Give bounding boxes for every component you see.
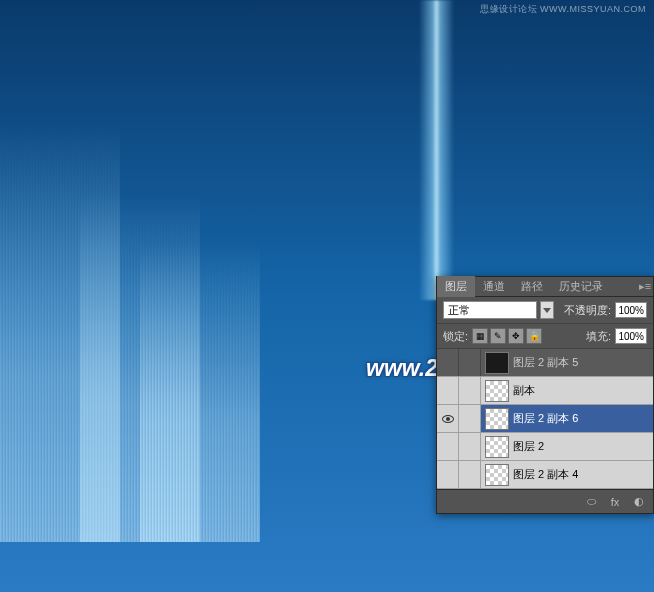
visibility-toggle[interactable] <box>437 377 459 404</box>
layer-thumbnail[interactable] <box>485 352 509 374</box>
top-watermark: 思缘设计论坛 WWW.MISSYUAN.COM <box>480 3 646 16</box>
blend-mode-value: 正常 <box>448 303 470 318</box>
layers-list: 图层 2 副本 5 副本 图层 2 副本 6 图层 2 图层 2 副本 4 <box>437 349 653 489</box>
lock-pixels-icon[interactable]: ✎ <box>490 328 506 344</box>
layer-row[interactable]: 图层 2 副本 6 <box>437 405 653 433</box>
fx-icon[interactable]: fx <box>607 496 623 508</box>
visibility-toggle[interactable] <box>437 461 459 488</box>
link-layers-icon[interactable]: ⬭ <box>583 495 599 508</box>
blend-mode-arrow[interactable] <box>540 301 554 319</box>
layer-name[interactable]: 图层 2 副本 5 <box>513 355 653 370</box>
lock-transparent-icon[interactable]: ▦ <box>472 328 488 344</box>
blend-mode-dropdown[interactable]: 正常 <box>443 301 537 319</box>
tab-channels[interactable]: 通道 <box>475 276 513 297</box>
layer-row[interactable]: 图层 2 副本 5 <box>437 349 653 377</box>
aurora-streak <box>419 0 454 300</box>
layer-row[interactable]: 副本 <box>437 377 653 405</box>
panel-tabs: 图层 通道 路径 历史记录 ▸≡ <box>437 277 653 297</box>
lock-position-icon[interactable]: ✥ <box>508 328 524 344</box>
layer-thumbnail[interactable] <box>485 464 509 486</box>
layer-name[interactable]: 图层 2 副本 4 <box>513 467 653 482</box>
layer-thumbnail[interactable] <box>485 408 509 430</box>
aurora-bottom <box>0 142 450 542</box>
eye-icon <box>442 415 454 423</box>
lock-fill-row: 锁定: ▦ ✎ ✥ 🔒 填充: 100% <box>437 324 653 349</box>
link-col[interactable] <box>459 349 481 376</box>
tab-layers[interactable]: 图层 <box>437 276 475 297</box>
layer-thumbnail[interactable] <box>485 380 509 402</box>
mask-icon[interactable]: ◐ <box>631 495 647 508</box>
link-col[interactable] <box>459 405 481 432</box>
link-col[interactable] <box>459 433 481 460</box>
opacity-input[interactable]: 100% <box>615 302 647 318</box>
lock-icons-group: ▦ ✎ ✥ 🔒 <box>472 328 542 344</box>
panel-menu-icon[interactable]: ▸≡ <box>637 280 653 293</box>
layer-thumbnail[interactable] <box>485 436 509 458</box>
blend-opacity-row: 正常 不透明度: 100% <box>437 297 653 324</box>
tab-paths[interactable]: 路径 <box>513 276 551 297</box>
link-col[interactable] <box>459 461 481 488</box>
layer-name[interactable]: 图层 2 <box>513 439 653 454</box>
lock-all-icon[interactable]: 🔒 <box>526 328 542 344</box>
lock-label: 锁定: <box>443 329 468 344</box>
visibility-toggle[interactable] <box>437 349 459 376</box>
layers-panel: 图层 通道 路径 历史记录 ▸≡ 正常 不透明度: 100% 锁定: ▦ ✎ ✥… <box>436 276 654 514</box>
link-col[interactable] <box>459 377 481 404</box>
visibility-toggle[interactable] <box>437 433 459 460</box>
panel-footer: ⬭ fx ◐ <box>437 489 653 513</box>
layer-name[interactable]: 图层 2 副本 6 <box>513 411 653 426</box>
tab-history[interactable]: 历史记录 <box>551 276 611 297</box>
fill-label: 填充: <box>586 329 611 344</box>
layer-name[interactable]: 副本 <box>513 383 653 398</box>
layer-row[interactable]: 图层 2 <box>437 433 653 461</box>
layer-row[interactable]: 图层 2 副本 4 <box>437 461 653 489</box>
opacity-label: 不透明度: <box>564 303 611 318</box>
visibility-toggle[interactable] <box>437 405 459 432</box>
fill-input[interactable]: 100% <box>615 328 647 344</box>
